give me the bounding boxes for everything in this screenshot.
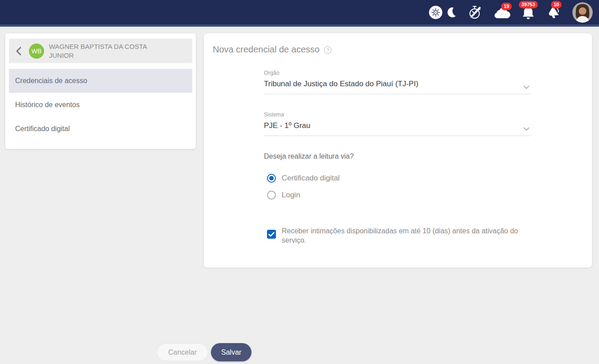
radio-label: Certificado digital bbox=[282, 174, 340, 183]
sistema-field: Sistema PJE - 1º Grau bbox=[264, 112, 531, 136]
app-screen: 19 39753 10 bbox=[0, 0, 599, 364]
notifications-badge: 39753 bbox=[519, 1, 538, 8]
theme-toggle bbox=[429, 6, 457, 19]
announcements-badge: 10 bbox=[551, 1, 562, 8]
radio-certificado-digital[interactable]: Certificado digital bbox=[267, 174, 340, 183]
sidebar-item-credenciais-de-acesso[interactable]: Credenciais de acesso bbox=[9, 69, 192, 93]
timer-pencil-icon[interactable] bbox=[468, 5, 483, 20]
sidebar-item-label: Credenciais de acesso bbox=[15, 77, 87, 85]
sistema-value: PJE - 1º Grau bbox=[264, 121, 310, 130]
checkbox-label: Receber intimações disponibilizadas em a… bbox=[282, 226, 527, 245]
user-avatar[interactable] bbox=[572, 2, 593, 23]
radio-unselected-icon[interactable] bbox=[267, 191, 276, 200]
back-button[interactable] bbox=[13, 45, 24, 57]
orgao-label: Orgão bbox=[264, 70, 531, 76]
chevron-down-icon bbox=[523, 124, 530, 133]
sidebar-item-label: Histórico de eventos bbox=[15, 101, 80, 109]
sidebar-menu: Credenciais de acesso Histórico de event… bbox=[9, 69, 192, 141]
orgao-select[interactable]: Tribunal de Justiça do Estado do Piauí (… bbox=[264, 76, 531, 94]
chevron-left-icon bbox=[16, 47, 21, 56]
footer-actions: Cancelar Salvar bbox=[157, 343, 251, 361]
receive-intimations-option[interactable]: Receber intimações disponibilizadas em a… bbox=[267, 226, 527, 245]
sistema-select[interactable]: PJE - 1º Grau bbox=[264, 118, 531, 136]
orgao-value: Tribunal de Justiça do Estado do Piauí (… bbox=[264, 80, 418, 88]
save-button[interactable]: Salvar bbox=[211, 343, 251, 361]
user-header: WB WAGNER BAPTISTA DA COSTA JUNIOR bbox=[9, 39, 192, 63]
sidebar-item-label: Certificado digital bbox=[15, 125, 70, 133]
chevron-down-icon bbox=[523, 82, 530, 91]
light-theme-icon[interactable] bbox=[429, 6, 442, 19]
checkbox-checked-icon[interactable] bbox=[267, 230, 276, 239]
bell-icon[interactable]: 39753 bbox=[522, 5, 535, 20]
sidebar-card: WB WAGNER BAPTISTA DA COSTA JUNIOR Crede… bbox=[5, 33, 196, 149]
cancel-button[interactable]: Cancelar bbox=[157, 343, 208, 361]
topbar: 19 39753 10 bbox=[0, 0, 599, 24]
reading-mode-question: Deseja realizar a leitura via? bbox=[264, 152, 354, 160]
topbar-actions: 19 39753 10 bbox=[429, 0, 593, 24]
sidebar-item-historico-de-eventos[interactable]: Histórico de eventos bbox=[9, 93, 192, 117]
dark-theme-icon[interactable] bbox=[446, 7, 457, 18]
radio-selected-icon[interactable] bbox=[267, 174, 276, 183]
new-credential-card: Nova credencial de acesso ? Orgão Tribun… bbox=[204, 33, 592, 268]
sidebar-item-certificado-digital[interactable]: Certificado digital bbox=[9, 117, 192, 141]
radio-label: Login bbox=[282, 191, 300, 200]
initials-avatar: WB bbox=[29, 44, 44, 59]
cloud-badge: 19 bbox=[501, 3, 512, 10]
credential-form: Orgão Tribunal de Justiça do Estado do P… bbox=[264, 33, 531, 268]
radio-login[interactable]: Login bbox=[267, 191, 300, 200]
topbar-accent-strip bbox=[0, 24, 599, 27]
sistema-label: Sistema bbox=[264, 112, 531, 118]
cloud-icon[interactable]: 19 bbox=[494, 7, 510, 18]
orgao-field: Orgão Tribunal de Justiça do Estado do P… bbox=[264, 70, 531, 94]
user-name: WAGNER BAPTISTA DA COSTA JUNIOR bbox=[49, 42, 160, 60]
megaphone-icon[interactable]: 10 bbox=[546, 5, 561, 20]
